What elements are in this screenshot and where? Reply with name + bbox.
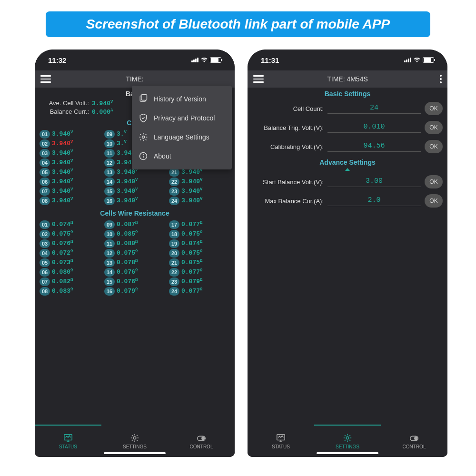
menu-about[interactable]: About — [132, 147, 232, 166]
cell-number-badge: 02 — [40, 139, 50, 148]
header-time-label: TIME: — [35, 75, 235, 83]
cell-number-badge: 13 — [104, 258, 115, 267]
banner-title: Screenshot of Bluetooth link part of mob… — [46, 11, 430, 37]
cell-resistance-value: 0.076Ω — [117, 268, 138, 276]
svg-rect-1 — [141, 95, 147, 100]
start-balance-input[interactable]: 3.00 — [327, 177, 421, 187]
cell-count-input[interactable]: 24 — [327, 104, 421, 114]
cell-number-badge: 08 — [40, 197, 50, 205]
cell-voltage-item: 153.940V — [104, 187, 165, 196]
cell-number-badge: 01 — [40, 220, 50, 229]
wifi-icon — [413, 57, 421, 63]
balance-trig-ok-button[interactable]: OK — [425, 121, 443, 134]
advance-settings-title[interactable]: Advance Settings — [248, 156, 447, 168]
cell-resistance-item: 060.080Ω — [40, 268, 100, 277]
svg-point-11 — [346, 436, 348, 439]
max-balance-input[interactable]: 2.0 — [327, 196, 421, 206]
nav-control[interactable]: CONTROL — [381, 425, 447, 457]
nav-status-label: STATUS — [59, 444, 77, 449]
cell-voltage-value: 3.940V — [117, 197, 138, 204]
status-icon — [63, 433, 73, 443]
cell-resistance-value: 0.075Ω — [181, 258, 202, 266]
nav-control-label: CONTROL — [190, 444, 213, 449]
cell-resistance-item: 160.079Ω — [104, 287, 165, 296]
menu-icon[interactable] — [40, 75, 51, 83]
cell-count-ok-button[interactable]: OK — [425, 102, 443, 115]
menu-about-label: About — [154, 152, 171, 160]
cell-resistance-item: 100.085Ω — [104, 230, 165, 238]
cell-number-badge: 06 — [40, 268, 50, 277]
cell-resistance-item: 170.077Ω — [169, 220, 230, 229]
cell-voltage-item: 043.940V — [40, 159, 100, 167]
start-balance-ok-button[interactable]: OK — [425, 175, 443, 188]
cell-resistance-value: 0.078Ω — [117, 258, 138, 266]
max-balance-ok-button[interactable]: OK — [425, 194, 443, 208]
cell-resistance-value: 0.074Ω — [181, 239, 202, 247]
cell-resistance-value: 0.087Ω — [117, 220, 138, 228]
balance-trig-label: Balance Trig. Volt.(V): — [252, 124, 324, 131]
calibrating-volt-input[interactable]: 94.56 — [327, 142, 421, 152]
cell-resistance-item: 200.075Ω — [169, 249, 230, 258]
cell-resistance-item: 140.076Ω — [104, 268, 165, 277]
balance-curr-value: 0.000A — [92, 108, 113, 116]
cell-voltage-item: 143.940V — [104, 178, 165, 186]
cell-number-badge: 09 — [104, 130, 115, 139]
home-indicator[interactable] — [317, 452, 378, 454]
cell-number-badge: 09 — [104, 220, 115, 229]
cell-number-badge: 14 — [104, 178, 115, 186]
cell-number-badge: 17 — [169, 220, 179, 229]
cell-resistance-item: 120.075Ω — [104, 249, 165, 258]
cell-voltage-value: 3.V — [117, 130, 127, 138]
nav-control[interactable]: CONTROL — [168, 425, 235, 457]
cell-number-badge: 19 — [169, 239, 179, 248]
settings-icon — [129, 433, 140, 443]
menu-language[interactable]: Language Settings — [132, 128, 232, 147]
menu-privacy[interactable]: Privacy and Protocol — [132, 109, 232, 128]
signal-icon — [404, 58, 411, 62]
start-balance-label: Start Balance Volt.(V): — [252, 178, 324, 186]
cell-resistance-value: 0.079Ω — [181, 278, 202, 285]
cell-voltage-value: 3.940V — [52, 178, 73, 185]
bottom-nav: STATUS SETTINGS CONTROL — [35, 425, 235, 457]
cell-number-badge: 15 — [104, 278, 115, 286]
menu-icon[interactable] — [253, 75, 264, 83]
home-indicator[interactable] — [104, 452, 166, 454]
cell-number-badge: 12 — [104, 159, 115, 167]
clock: 11:32 — [48, 56, 66, 64]
control-icon — [409, 433, 419, 443]
cell-voltage-value: 3.940V — [52, 168, 73, 176]
cell-resistance-item: 240.077Ω — [169, 287, 230, 296]
calibrating-volt-ok-button[interactable]: OK — [425, 140, 443, 153]
ios-status-bar: 11:32 — [35, 50, 235, 70]
clock: 11:31 — [261, 56, 279, 64]
cell-number-badge: 07 — [40, 278, 50, 286]
cell-number-badge: 02 — [40, 230, 50, 238]
cell-number-badge: 13 — [104, 168, 115, 177]
cell-resistance-item: 180.075Ω — [169, 230, 230, 238]
chevron-up-icon — [345, 168, 350, 171]
cell-resistance-value: 0.077Ω — [181, 268, 202, 276]
cell-voltage-item: 013.940V — [40, 130, 100, 139]
cell-number-badge: 08 — [40, 287, 50, 296]
more-icon[interactable] — [440, 75, 442, 83]
nav-status[interactable]: STATUS — [248, 425, 314, 457]
bottom-nav: STATUS SETTINGS CONTROL — [248, 425, 447, 457]
cell-resistance-item: 020.075Ω — [40, 230, 100, 238]
menu-history-version[interactable]: History of Version — [132, 89, 232, 109]
cell-number-badge: 10 — [104, 230, 115, 238]
cell-resistance-item: 070.082Ω — [40, 278, 100, 286]
max-balance-row: Max Balance Cur.(A): 2.0 OK — [248, 191, 447, 210]
shield-icon — [139, 113, 148, 123]
calibrating-volt-label: Calibrating Volt.(V): — [252, 143, 324, 150]
ios-status-bar: 11:31 — [248, 50, 447, 70]
phone-status-screen: 11:32 TIME: Balan Ave. Cell Volt.: 3.940… — [35, 50, 235, 457]
avg-cell-volt-value: 3.940V — [92, 99, 113, 107]
balance-trig-input[interactable]: 0.010 — [327, 123, 421, 133]
cell-voltage-item: 243.940V — [169, 197, 230, 205]
cell-number-badge: 22 — [169, 268, 179, 277]
cell-resistance-item: 130.078Ω — [104, 258, 165, 267]
cell-resistance-value: 0.083Ω — [52, 287, 73, 295]
cell-number-badge: 15 — [104, 187, 115, 196]
nav-status[interactable]: STATUS — [35, 425, 101, 457]
cell-resistance-item: 150.076Ω — [104, 278, 165, 286]
